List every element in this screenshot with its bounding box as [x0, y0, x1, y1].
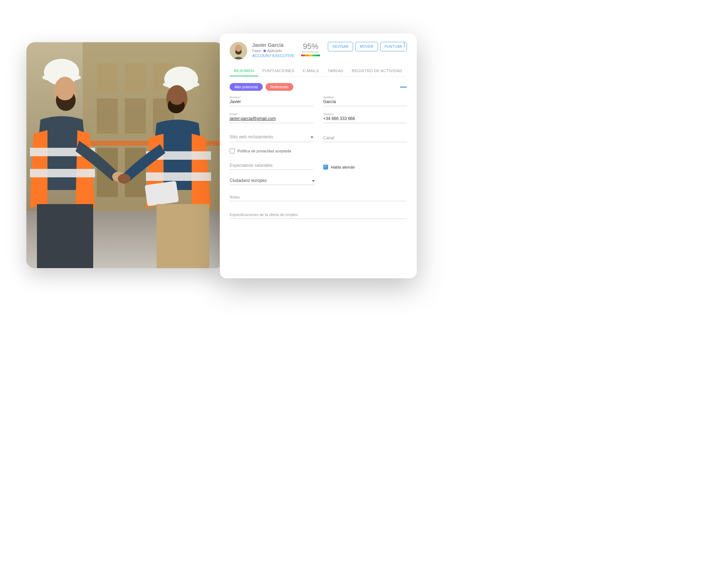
citizen-value: Ciudadano europeo [230, 178, 267, 184]
potential-percent: 95% [301, 42, 320, 51]
form-grid: Nombre* Javier Apellido* García Email* j… [230, 96, 407, 142]
dropdown-arrow-icon [312, 180, 315, 182]
source-field[interactable]: Sitio web reclutamiento [230, 134, 313, 142]
channel-field[interactable]: Canal [323, 134, 407, 142]
move-button[interactable]: MOVER [355, 42, 378, 51]
bottom-fields: Notas Especificaciones de la oferta de e… [230, 194, 407, 219]
svg-rect-7 [97, 99, 118, 134]
notes-field[interactable]: Notas [230, 194, 407, 201]
salary-placeholder: Expectativas salariales [230, 163, 273, 168]
svg-rect-28 [145, 181, 179, 206]
job-spec-field[interactable]: Especificaciones de la oferta de empleo [230, 211, 407, 219]
svg-point-25 [170, 94, 184, 105]
notes-placeholder: Notas [230, 195, 240, 199]
privacy-checkbox[interactable] [230, 148, 235, 153]
candidate-name: Javier García [252, 42, 296, 48]
phone-value: +34 666 333 666 [323, 116, 407, 122]
tab-emails[interactable]: E-MAILS [299, 66, 323, 76]
last-name-label: Apellido* [323, 96, 407, 99]
email-field[interactable]: Email* javier.garcia@gmail.com [230, 113, 313, 123]
tabs: RESUMEN PUNTUACIONES E-MAILS TAREAS REGI… [230, 66, 407, 77]
svg-rect-30 [157, 204, 209, 268]
candidate-info: Javier García Fase: Aplicado ACCOUNT EXE… [252, 42, 296, 58]
svg-rect-27 [146, 172, 211, 181]
action-buttons: REVISAR MOVER PUNTUAR [328, 42, 407, 51]
email-label: Email* [230, 113, 313, 116]
svg-point-29 [118, 174, 130, 184]
candidate-card: Javier García Fase: Aplicado ACCOUNT EXE… [220, 33, 417, 278]
citizen-field[interactable]: Ciudadano europeo [230, 178, 315, 185]
dropdown-arrow-icon [311, 137, 313, 138]
phone-label: Teléfono [323, 113, 407, 116]
avatar[interactable] [230, 42, 247, 59]
collapse-icon[interactable] [400, 87, 407, 88]
german-label: Habla alemán [331, 165, 355, 169]
tag-referred[interactable]: Refererido [266, 83, 293, 91]
privacy-checkbox-row: Política de privacidad aceptada [230, 148, 407, 153]
more-menu-icon[interactable] [401, 42, 407, 48]
job-spec-placeholder: Especificaciones de la oferta de empleo [230, 213, 298, 217]
svg-point-34 [236, 48, 241, 52]
tab-summary[interactable]: RESUMEN [230, 66, 258, 76]
hero-photo [26, 42, 223, 268]
phase-dot-icon [263, 50, 266, 52]
tab-tasks[interactable]: TAREAS [323, 66, 347, 76]
phase-label: Fase: [252, 49, 262, 53]
channel-placeholder: Canal [323, 135, 334, 140]
potential-label: POTENCIAL [301, 50, 320, 53]
last-name-field[interactable]: Apellido* García [323, 96, 407, 106]
review-button[interactable]: REVISAR [328, 42, 353, 51]
svg-rect-5 [125, 63, 146, 91]
svg-rect-4 [97, 63, 118, 91]
german-checkbox-row: Habla alemán [323, 165, 407, 170]
email-value: javier.garcia@gmail.com [230, 116, 313, 122]
last-name-value: García [323, 99, 407, 105]
first-name-value: Javier [230, 99, 313, 105]
phone-field[interactable]: Teléfono +34 666 333 666 [323, 113, 407, 123]
salary-field[interactable]: Expectativas salariales [230, 162, 313, 170]
tab-scores[interactable]: PUNTUACIONES [258, 66, 299, 76]
privacy-label: Política de privacidad aceptada [237, 149, 291, 153]
salary-german-row: Expectativas salariales Habla alemán [230, 162, 407, 170]
tags-row: Alto potencial Refererido [230, 83, 407, 91]
tab-activity[interactable]: REGISTRO DE ACTIVIDAD [347, 66, 406, 76]
phase-value: Aplicado [267, 49, 282, 53]
german-checkbox[interactable] [323, 165, 328, 170]
first-name-field[interactable]: Nombre* Javier [230, 96, 313, 106]
potential-bar [301, 55, 320, 56]
job-title-link[interactable]: ACCOUNT EXECUTIVE [252, 53, 296, 58]
svg-point-16 [57, 86, 74, 100]
source-placeholder: Sitio web reclutamiento [230, 134, 273, 140]
first-name-label: Nombre* [230, 96, 313, 99]
potential-block: 95% POTENCIAL [301, 42, 320, 56]
tag-high-potential[interactable]: Alto potencial [230, 83, 263, 91]
svg-rect-18 [30, 169, 95, 177]
svg-rect-20 [37, 204, 93, 268]
svg-rect-8 [125, 99, 146, 134]
phase-row: Fase: Aplicado [252, 49, 296, 53]
card-header: Javier García Fase: Aplicado ACCOUNT EXE… [230, 42, 407, 59]
